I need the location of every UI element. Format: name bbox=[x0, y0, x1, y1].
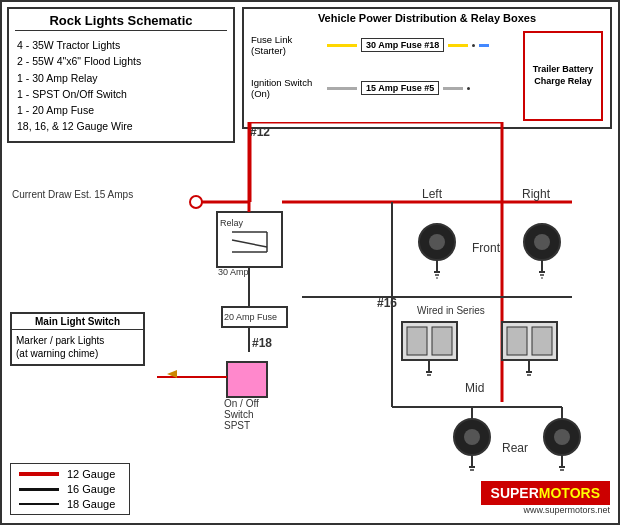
svg-point-35 bbox=[534, 234, 550, 250]
svg-point-67 bbox=[554, 429, 570, 445]
svg-point-61 bbox=[464, 429, 480, 445]
power-distribution-box: Vehicle Power Distribution & Relay Boxes… bbox=[242, 7, 612, 129]
svg-rect-53 bbox=[532, 327, 552, 355]
svg-text:Switch: Switch bbox=[224, 409, 253, 420]
power-box-title: Vehicle Power Distribution & Relay Boxes bbox=[249, 12, 605, 24]
fuse-link-label: Fuse Link (Starter) bbox=[251, 34, 323, 57]
svg-text:On / Off: On / Off bbox=[224, 398, 259, 409]
legend-item-12gauge: 12 Gauge bbox=[19, 468, 121, 480]
svg-text:Right: Right bbox=[522, 187, 551, 201]
wire-blue-1 bbox=[479, 44, 489, 47]
main-switch-title: Main Light Switch bbox=[12, 314, 143, 330]
legend-label-12: 12 Gauge bbox=[67, 468, 115, 480]
svg-rect-52 bbox=[507, 327, 527, 355]
schematic-title: Rock Lights Schematic bbox=[15, 13, 227, 31]
parts-list-item: 1 - SPST On/Off Switch bbox=[17, 86, 225, 102]
svg-text:#18: #18 bbox=[252, 336, 272, 350]
svg-rect-46 bbox=[407, 327, 427, 355]
svg-text:Relay: Relay bbox=[220, 218, 244, 228]
svg-text:Current Draw Est. 15 Amps: Current Draw Est. 15 Amps bbox=[12, 189, 133, 200]
svg-text:Left: Left bbox=[422, 187, 443, 201]
website-url: www.supermotors.net bbox=[523, 505, 610, 515]
legend-item-18gauge: 18 Gauge bbox=[19, 498, 121, 510]
legend-line-18 bbox=[19, 503, 59, 505]
svg-text:30 Amp: 30 Amp bbox=[218, 267, 249, 277]
trailer-relay-box: Trailer Battery Charge Relay bbox=[523, 31, 603, 121]
svg-point-29 bbox=[429, 234, 445, 250]
motors-text: MOTORS bbox=[539, 485, 600, 501]
fuse-30-label: 30 Amp Fuse #18 bbox=[361, 38, 444, 52]
ignition-label: Ignition Switch (On) bbox=[251, 77, 323, 100]
svg-rect-47 bbox=[432, 327, 452, 355]
svg-text:#12: #12 bbox=[250, 125, 270, 139]
svg-text:Wired in Series: Wired in Series bbox=[417, 305, 485, 316]
wire-gray-1 bbox=[327, 87, 357, 90]
parts-list-item: 1 - 30 Amp Relay bbox=[17, 70, 225, 86]
legend-line-16 bbox=[19, 488, 59, 491]
svg-text:Rear: Rear bbox=[502, 441, 528, 455]
legend-line-12 bbox=[19, 472, 59, 476]
legend-label-18: 18 Gauge bbox=[67, 498, 115, 510]
dot-2 bbox=[467, 87, 470, 90]
supermotors-text: SUPER bbox=[491, 485, 539, 501]
parts-list-item: 4 - 35W Tractor Lights bbox=[17, 37, 225, 53]
svg-point-6 bbox=[190, 196, 202, 208]
legend-item-16gauge: 16 Gauge bbox=[19, 483, 121, 495]
wire-yellow-1 bbox=[327, 44, 357, 47]
dot-1 bbox=[472, 44, 475, 47]
legend-label-16: 16 Gauge bbox=[67, 483, 115, 495]
wire-gray-2 bbox=[443, 87, 463, 90]
wire-yellow-2 bbox=[448, 44, 468, 47]
legend: 12 Gauge 16 Gauge 18 Gauge bbox=[10, 463, 130, 515]
supermotors-logo: SUPERMOTORS www.supermotors.net bbox=[481, 481, 610, 515]
main-light-switch-box: Main Light Switch Marker / park Lights (… bbox=[10, 312, 145, 366]
svg-text:#16: #16 bbox=[377, 296, 397, 310]
main-container: Rock Lights Schematic 4 - 35W Tractor Li… bbox=[0, 0, 620, 525]
svg-text:SPST: SPST bbox=[224, 420, 250, 431]
svg-text:20 Amp Fuse: 20 Amp Fuse bbox=[224, 312, 277, 322]
parts-list-item: 1 - 20 Amp Fuse bbox=[17, 102, 225, 118]
svg-text:Front: Front bbox=[472, 241, 501, 255]
schematic-svg: #12 Current Draw Est. 15 Amps Relay 30 A… bbox=[2, 122, 620, 482]
svg-rect-19 bbox=[227, 362, 267, 397]
main-switch-content: Marker / park Lights (at warning chime) bbox=[12, 330, 143, 364]
svg-text:Mid: Mid bbox=[465, 381, 484, 395]
parts-list-item: 2 - 55W 4"x6" Flood Lights bbox=[17, 53, 225, 69]
fuse-15-label: 15 Amp Fuse #5 bbox=[361, 81, 439, 95]
